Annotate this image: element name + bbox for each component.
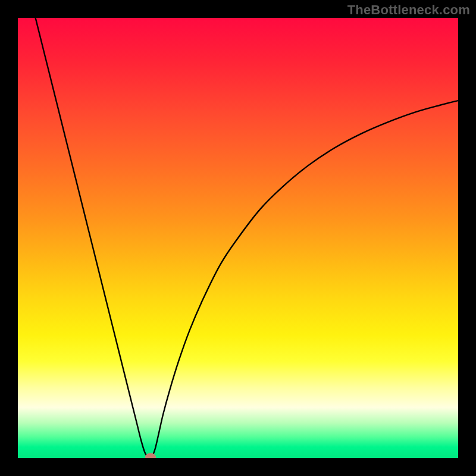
optimal-point-marker	[145, 453, 156, 458]
plot-area	[18, 18, 458, 458]
watermark-text: TheBottleneck.com	[347, 2, 470, 18]
bottleneck-curve	[18, 18, 458, 458]
chart-frame: TheBottleneck.com	[0, 0, 476, 476]
